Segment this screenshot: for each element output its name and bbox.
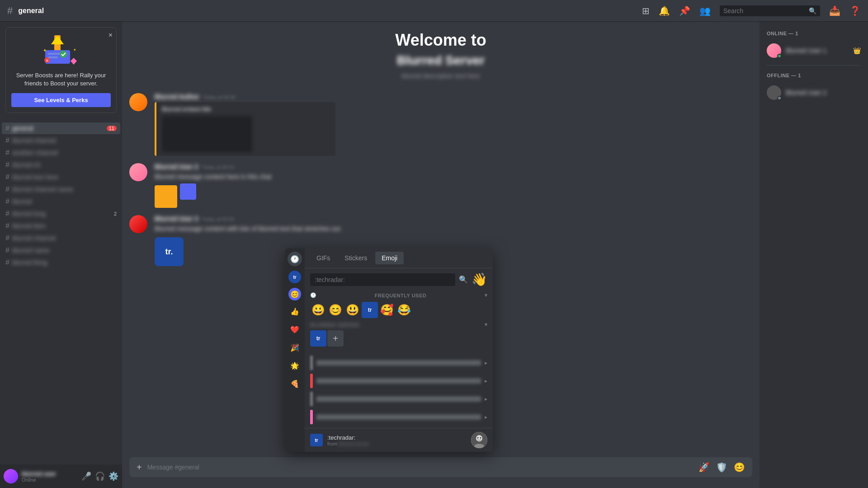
emoji-item[interactable]: 😃 [344, 302, 361, 318]
message-header: Blurred User 2 Today at 00:01 [155, 163, 752, 170]
search-box[interactable]: 🔍 [720, 5, 820, 16]
list-item[interactable]: ▸ [310, 408, 487, 426]
threads-icon[interactable]: ⊞ [642, 5, 650, 16]
avatar-svg [471, 432, 487, 448]
channel-count: 2 [114, 211, 117, 216]
sidebar-emoji-4[interactable]: 🎉 [288, 340, 302, 355]
channel-list: # general 11 # blurred-channel # another… [0, 118, 122, 465]
sidebar-emoji-5[interactable]: 🌟 [288, 358, 302, 373]
list-item-icon: ▸ [485, 360, 487, 366]
svg-marker-1 [51, 35, 64, 44]
emoji-button[interactable]: 😊 [734, 462, 745, 473]
rocket-icon[interactable]: 🚀 [698, 462, 710, 473]
channel-item-general[interactable]: # general 11 [2, 122, 120, 134]
mic-icon[interactable]: 🎤 [81, 471, 91, 481]
list-item[interactable]: ▸ [310, 372, 487, 390]
emoji-footer-info: :techradar: from blurred server [327, 434, 369, 446]
see-levels-perks-button[interactable]: See Levels & Perks [11, 93, 111, 107]
member-name: Blurred User 2 [786, 89, 826, 96]
emoji-item[interactable]: 😊 [327, 302, 344, 318]
channel-item-10[interactable]: # blurred channel [2, 232, 120, 244]
channel-item-name: blurred text here [12, 174, 117, 181]
channel-item-12[interactable]: # blurred thing [2, 257, 120, 268]
channel-item-7[interactable]: # blurred [2, 196, 120, 207]
search-icon: 🔍 [809, 7, 816, 14]
channel-item-3[interactable]: # another-channel [2, 147, 120, 159]
sidebar-avatar-icon[interactable]: 😊 [288, 288, 301, 300]
channel-item-4[interactable]: # blurred-ch [2, 159, 120, 171]
boost-close-button[interactable]: × [108, 31, 113, 39]
channel-item-11[interactable]: # blurred name [2, 244, 120, 256]
shield-icon[interactable]: 🛡️ [716, 462, 727, 473]
settings-icon[interactable]: ⚙️ [108, 471, 118, 481]
user-name: blurred user [22, 470, 78, 477]
channel-item-8[interactable]: # blurred long 2 [2, 208, 120, 220]
member-item-offline[interactable]: Blurred User 2 [763, 84, 864, 102]
avatar [129, 215, 147, 233]
message-header: Blurred Author Today at 00:00 [155, 93, 752, 100]
emoji-item[interactable]: 😀 [310, 302, 326, 318]
right-sidebar: ONLINE — 1 Blurred User 1 👑 OFFLINE — 1 … [760, 22, 868, 488]
emoji-picker: 🕐 tr 😊 👍 ❤️ 🎉 🌟 🍕 GIFs Stickers [285, 248, 493, 452]
message-input[interactable] [147, 464, 693, 471]
wave-emoji[interactable]: 👋 [472, 272, 487, 287]
sidebar-emoji-2[interactable]: 👍 [288, 304, 302, 319]
server-emoji-label: BLURRED SERVER [310, 322, 359, 328]
pinned-icon[interactable]: 📌 [679, 5, 690, 16]
emoji-item[interactable]: 😂 [396, 302, 412, 318]
avatar [767, 85, 781, 100]
notifications-icon[interactable]: 🔔 [659, 5, 670, 16]
list-item-text [316, 414, 481, 420]
divider [767, 65, 861, 66]
channel-item-6[interactable]: # blurred channel name [2, 183, 120, 195]
emoji-footer-name: :techradar: [327, 434, 369, 441]
chat-area: Welcome to Blurred Server blurred descri… [122, 22, 760, 488]
list-item[interactable]: ▸ [310, 354, 487, 372]
channel-item-9[interactable]: # blurred item [2, 220, 120, 232]
add-attachment-button[interactable]: + [137, 462, 142, 473]
channel-hash-icon: # [5, 210, 9, 218]
inbox-icon[interactable]: 📥 [829, 5, 840, 16]
online-members-label: ONLINE — 1 [763, 29, 864, 38]
channel-item-5[interactable]: # blurred text here [2, 171, 120, 183]
channel-hash-icon: # [5, 149, 9, 157]
sidebar-emoji-3[interactable]: ❤️ [288, 322, 302, 337]
offline-members-label: OFFLINE — 1 [763, 71, 864, 80]
tab-stickers[interactable]: Stickers [338, 252, 373, 264]
emoji-tr-item[interactable]: tr [310, 330, 326, 347]
tab-emoji[interactable]: Emoji [375, 252, 404, 264]
channel-hash-icon: # [5, 136, 9, 145]
sidebar-category-1[interactable]: tr [288, 270, 302, 284]
sticker [155, 185, 177, 208]
emoji-item[interactable]: 🥰 [379, 302, 395, 318]
left-sidebar: × ✦ ✦ [0, 22, 122, 488]
add-emoji-button[interactable]: + [327, 330, 344, 347]
recently-used-icon[interactable]: 🕐 [288, 252, 302, 266]
avatar [129, 93, 147, 111]
emoji-footer-from: from blurred server [327, 441, 369, 446]
channel-item-2[interactable]: # blurred-channel [2, 135, 120, 146]
chat-input-area: + 🚀 🛡️ 😊 [122, 457, 760, 488]
emoji-tr-item[interactable]: tr [362, 302, 378, 318]
search-input[interactable] [723, 7, 806, 14]
user-bar-icons: 🎤 🎧 ⚙️ [81, 471, 118, 481]
crown-icon: 👑 [853, 47, 861, 54]
list-item[interactable]: ▸ [310, 390, 487, 408]
message-content: Blurred User 2 Today at 00:01 Blurred me… [155, 163, 752, 208]
message-time: Today at 00:05 [202, 216, 234, 222]
boost-text: Server Boosts are here! Rally your frien… [11, 71, 111, 88]
channel-item-name: blurred item [12, 222, 117, 230]
user-status: Online [22, 477, 78, 483]
help-icon[interactable]: ❓ [849, 5, 861, 16]
headset-icon[interactable]: 🎧 [95, 471, 105, 481]
member-item-online[interactable]: Blurred User 1 👑 [763, 42, 864, 60]
emoji-picker-sidebar: 🕐 tr 😊 👍 ❤️ 🎉 🌟 🍕 [285, 248, 305, 452]
tab-gifs[interactable]: GIFs [310, 252, 336, 264]
message-author: Blurred User 2 [155, 163, 198, 170]
emoji-search-input[interactable] [310, 273, 455, 286]
sidebar-emoji-6[interactable]: 🍕 [288, 376, 302, 391]
channel-hash-icon: # [5, 173, 9, 181]
members-icon[interactable]: 👥 [699, 5, 711, 16]
boost-panel: × ✦ ✦ [5, 27, 117, 113]
message-embed: Blurred embed title [155, 102, 335, 156]
